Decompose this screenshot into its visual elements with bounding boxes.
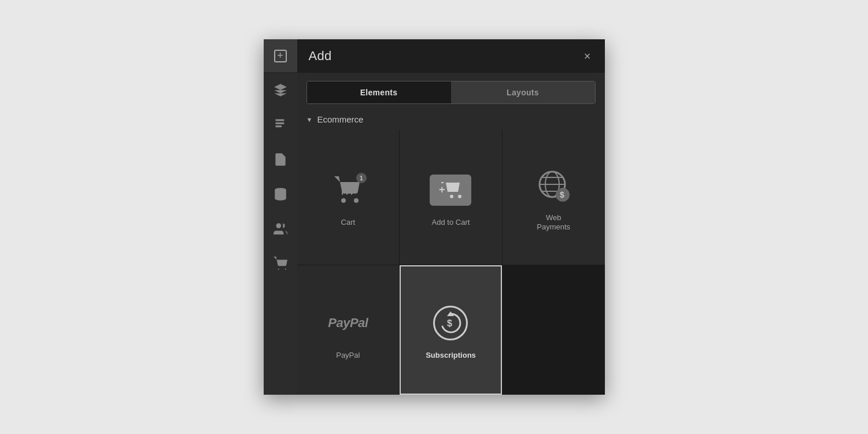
- panel-wrapper: +: [264, 39, 605, 395]
- svg-point-13: [450, 195, 453, 198]
- sidebar: +: [264, 39, 297, 395]
- panel-header: Add ×: [297, 39, 605, 73]
- svg-text:$: $: [560, 190, 564, 199]
- grid-item-web-payments[interactable]: $ WebPayments: [503, 130, 605, 265]
- close-button[interactable]: ×: [582, 48, 593, 64]
- sidebar-item-pages[interactable]: [264, 107, 297, 142]
- panel-title: Add: [309, 49, 332, 64]
- sidebar-item-database[interactable]: [264, 177, 297, 212]
- subscriptions-label: Subscriptions: [426, 351, 476, 361]
- pages-icon: [273, 117, 288, 132]
- web-payments-icon-container: $: [533, 165, 574, 206]
- grid-item-cart[interactable]: 1 Cart: [297, 130, 400, 265]
- grid-item-subscriptions[interactable]: $ Subscriptions: [400, 265, 502, 395]
- cart-icon-wrap: 1: [333, 175, 363, 205]
- paypal-logo: PayPal: [328, 316, 368, 331]
- tab-layouts[interactable]: Layouts: [451, 81, 595, 103]
- subscriptions-icon: $: [438, 310, 463, 336]
- svg-point-4: [276, 223, 281, 228]
- web-payments-icon: $: [536, 168, 571, 203]
- svg-point-7: [341, 198, 346, 203]
- sidebar-item-contacts[interactable]: [264, 212, 297, 246]
- add-to-cart-label: Add to Cart: [432, 218, 470, 228]
- chevron-icon: ▼: [306, 116, 313, 123]
- cart-badge: 1: [356, 173, 367, 183]
- svg-rect-0: [275, 119, 284, 121]
- section-label: Ecommerce: [317, 114, 363, 124]
- sidebar-item-cart[interactable]: [264, 246, 297, 281]
- cart-icon-container: 1: [327, 169, 369, 211]
- contacts-icon: [273, 221, 288, 236]
- database-icon: [273, 187, 288, 202]
- svg-text:$: $: [447, 318, 452, 328]
- grid-item-add-to-cart[interactable]: + Add to Cart: [400, 130, 502, 265]
- grid-item-paypal[interactable]: PayPal PayPal: [297, 265, 400, 395]
- svg-point-14: [458, 195, 461, 198]
- cart-label: Cart: [341, 218, 356, 228]
- section-header[interactable]: ▼ Ecommerce: [297, 110, 605, 130]
- plus-icon: +: [274, 50, 287, 62]
- paypal-icon-container: PayPal: [327, 302, 369, 344]
- add-button[interactable]: +: [264, 39, 297, 73]
- svg-point-5: [278, 269, 279, 270]
- sidebar-item-assets[interactable]: [264, 142, 297, 177]
- svg-rect-2: [275, 125, 282, 127]
- svg-rect-1: [275, 123, 284, 124]
- file-icon: [273, 152, 288, 167]
- web-payments-label: WebPayments: [537, 213, 570, 233]
- subscriptions-icon-container: $: [430, 302, 471, 344]
- add-to-cart-icon-container: +: [430, 169, 471, 211]
- svg-point-8: [354, 198, 359, 203]
- subscriptions-circle-icon: $: [433, 306, 468, 340]
- elements-grid: 1 Cart +: [297, 130, 605, 395]
- add-to-cart-btn-icon: +: [430, 175, 471, 206]
- tabs-row: Elements Layouts: [306, 81, 596, 104]
- cart-sidebar-icon: [273, 256, 288, 271]
- cube-icon: [273, 83, 288, 98]
- main-panel: Add × Elements Layouts ▼ Ecommerce: [297, 39, 605, 395]
- tab-elements[interactable]: Elements: [307, 81, 451, 103]
- svg-point-6: [285, 269, 286, 270]
- svg-text:+: +: [439, 184, 445, 195]
- add-to-cart-icon: +: [438, 180, 463, 200]
- sidebar-item-elements[interactable]: [264, 73, 297, 107]
- paypal-label: PayPal: [336, 351, 360, 361]
